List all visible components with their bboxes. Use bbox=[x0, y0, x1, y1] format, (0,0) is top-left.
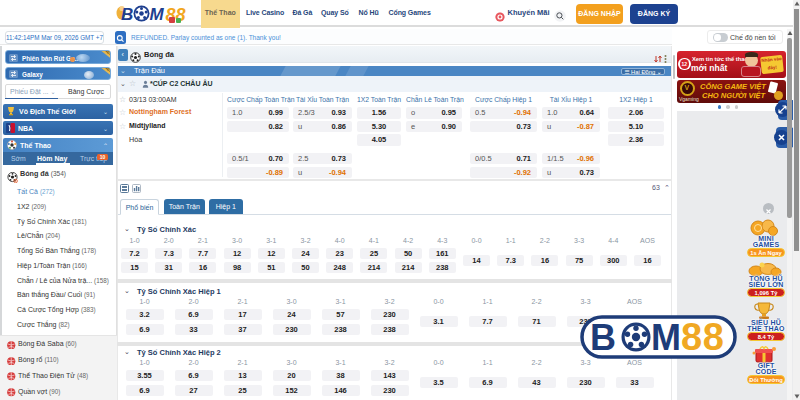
svg-text:88: 88 bbox=[681, 316, 724, 358]
svg-text:M: M bbox=[651, 317, 679, 358]
svg-text:B: B bbox=[590, 317, 615, 358]
